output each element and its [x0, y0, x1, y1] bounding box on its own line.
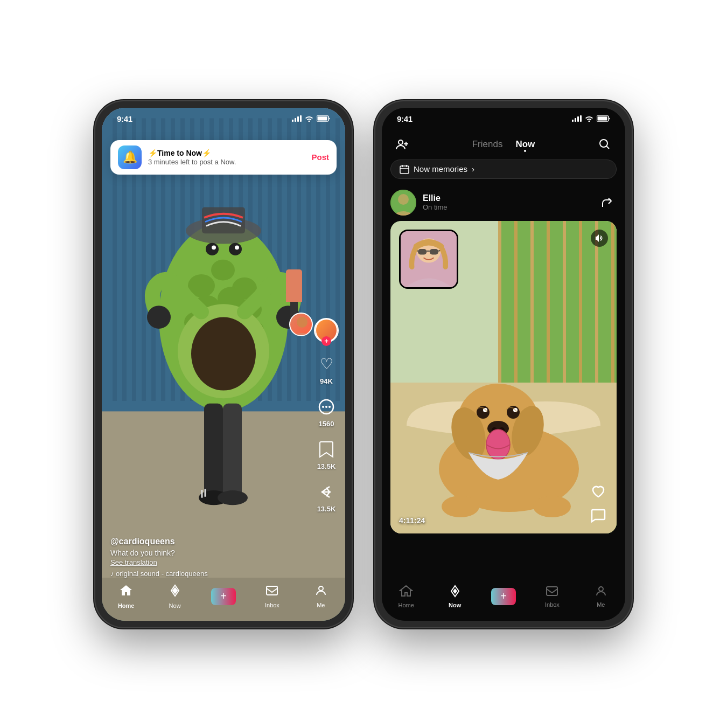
volume-button[interactable]: [591, 230, 608, 247]
now-user-row: Ellie On time: [382, 185, 625, 221]
now-nav-home[interactable]: Home: [382, 584, 430, 608]
video-username[interactable]: @cardioqueens: [110, 537, 307, 546]
notification-subtitle: 3 minutes left to post a Now.: [148, 158, 305, 166]
battery-icon: [317, 115, 330, 122]
status-time: 9:41: [117, 114, 132, 123]
video-actions: + ♡ 94K 1560: [314, 318, 339, 513]
notification-banner[interactable]: 🔔 ⚡Time to Now⚡ 3 minutes left to post a…: [110, 140, 337, 175]
now-icon: [168, 584, 182, 601]
now-nav-create[interactable]: +: [479, 588, 528, 605]
video-timestamp: 4:11:24: [399, 516, 425, 525]
now-nav-me[interactable]: Me: [577, 585, 625, 608]
svg-point-60: [325, 406, 327, 408]
memories-label: Now memories: [414, 164, 467, 174]
tab-now[interactable]: Now: [515, 139, 535, 150]
share-post-button[interactable]: [597, 193, 617, 212]
nav-me[interactable]: Me: [297, 584, 345, 608]
now-nav-inbox[interactable]: Inbox: [528, 585, 576, 608]
svg-rect-102: [430, 249, 438, 254]
now-photo-area: 4:11:24: [390, 221, 617, 533]
notification-content: ⚡Time to Now⚡ 3 minutes left to post a N…: [148, 149, 305, 166]
svg-point-54: [218, 490, 248, 505]
nav-create[interactable]: +: [199, 588, 248, 605]
comment-button[interactable]: [589, 505, 608, 525]
inbox-icon-phone2: [546, 585, 558, 600]
comment-count: 1560: [319, 420, 334, 428]
nav-inbox[interactable]: Inbox: [248, 584, 296, 608]
now-memories-button[interactable]: Now memories ›: [390, 160, 617, 179]
profile-icon: [314, 584, 327, 600]
add-friend-button[interactable]: [393, 135, 412, 154]
phone2-screen: 9:41: [382, 108, 625, 621]
svg-rect-57: [318, 117, 327, 121]
username: Ellie: [423, 193, 448, 203]
now-nav-now-label: Now: [449, 602, 461, 608]
bookmark-action[interactable]: 13.5K: [316, 439, 337, 470]
user-status: On time: [423, 203, 448, 211]
svg-rect-103: [547, 587, 557, 595]
like-icon: ♡: [316, 353, 337, 375]
selfie-thumbnail: [399, 230, 458, 289]
bottom-nav-phone1: Home Now +: [102, 578, 345, 621]
video-overlay-bottom: @cardioqueens What do you think? See tra…: [110, 537, 307, 578]
wifi-icon-phone2: [585, 115, 593, 122]
comment-icon: [316, 396, 337, 418]
svg-point-48: [235, 245, 239, 249]
status-time-phone2: 9:41: [397, 114, 413, 123]
user-details: Ellie On time: [423, 193, 448, 211]
signal-bars-phone2: [572, 115, 582, 122]
nav-home[interactable]: Home: [102, 584, 150, 609]
nav-now[interactable]: Now: [150, 584, 199, 609]
now-icon-phone2: [448, 584, 462, 600]
search-button[interactable]: [595, 135, 614, 154]
status-icons: [292, 115, 330, 122]
home-icon-phone2: [399, 584, 413, 600]
phone1-wrapper: 9:41 🔔: [94, 100, 353, 628]
nav-now-label: Now: [169, 602, 181, 609]
now-nav-now[interactable]: Now: [430, 584, 479, 608]
svg-point-42: [191, 317, 256, 390]
calendar-icon: [400, 164, 409, 174]
share-action[interactable]: 13.5K: [316, 481, 337, 513]
now-nav-me-label: Me: [597, 601, 605, 608]
nav-me-label: Me: [317, 602, 325, 608]
now-nav-home-label: Home: [399, 602, 414, 608]
bookmark-icon: [316, 439, 337, 460]
creator-avatar[interactable]: +: [314, 318, 339, 343]
svg-point-97: [533, 496, 571, 517]
signal-bars: [292, 115, 302, 122]
tab-friends[interactable]: Friends: [472, 139, 503, 150]
status-bar: 9:41: [102, 108, 345, 127]
like-count: 94K: [320, 377, 333, 385]
video-sound[interactable]: ♪ original sound - cardioqueens: [110, 570, 307, 578]
create-button-phone2[interactable]: +: [491, 588, 516, 605]
svg-rect-51: [204, 403, 223, 497]
share-icon: [316, 481, 337, 503]
see-translation[interactable]: See translation: [110, 558, 307, 566]
now-nav-inbox-label: Inbox: [545, 601, 560, 608]
notification-title: ⚡Time to Now⚡: [148, 149, 305, 157]
svg-point-28: [211, 259, 235, 280]
notification-icon: 🔔: [118, 145, 142, 169]
inbox-icon: [265, 584, 278, 600]
user-avatar[interactable]: [390, 190, 416, 216]
svg-point-66: [399, 140, 403, 144]
create-button[interactable]: +: [211, 588, 236, 605]
nav-inbox-label: Inbox: [265, 602, 279, 608]
home-icon: [119, 584, 133, 601]
now-tabs: Friends Now: [472, 139, 535, 150]
now-header: Friends Now: [382, 129, 625, 160]
svg-point-55: [297, 317, 307, 328]
svg-point-104: [599, 587, 603, 591]
chevron-right-icon: ›: [472, 164, 474, 174]
like-button[interactable]: [589, 482, 608, 501]
svg-point-46: [229, 242, 242, 255]
bookmark-count: 13.5K: [317, 462, 336, 470]
nav-home-label: Home: [118, 602, 135, 609]
follow-plus-button[interactable]: +: [321, 336, 331, 346]
svg-point-47: [212, 245, 216, 249]
notification-action[interactable]: Post: [311, 152, 329, 162]
like-action[interactable]: ♡ 94K: [316, 353, 337, 385]
comment-action[interactable]: 1560: [316, 396, 337, 428]
svg-point-45: [206, 242, 219, 255]
